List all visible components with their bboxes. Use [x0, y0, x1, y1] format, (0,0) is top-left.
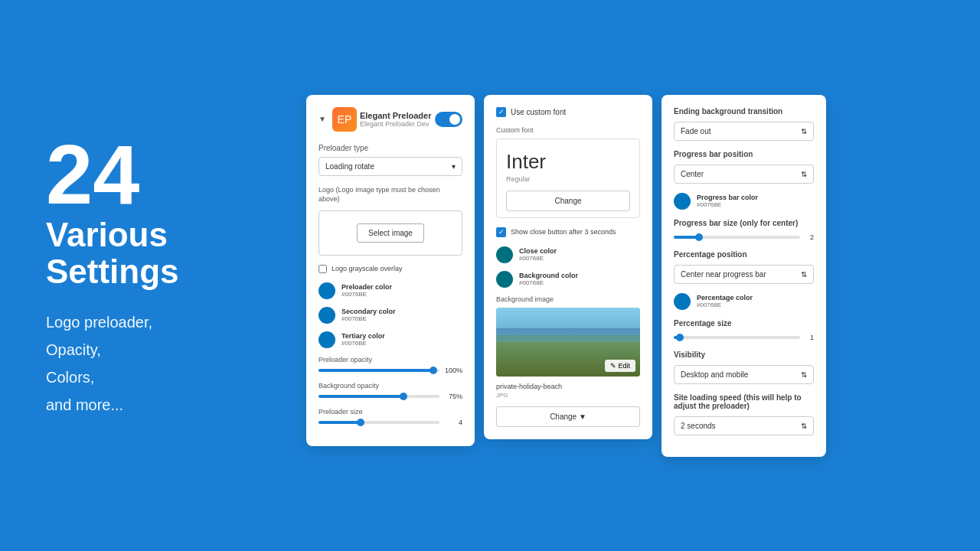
- plugin-toggle[interactable]: [435, 112, 462, 127]
- bg-image-label: Background image: [496, 295, 640, 303]
- panels-container: ▼ EP Elegant Preloader Elegant Preloader…: [306, 80, 980, 472]
- preloader-type-select[interactable]: Loading rotate ▾: [318, 157, 462, 176]
- logo-grayscale-row: Logo grayscale overlay: [318, 265, 462, 273]
- bg-opacity-thumb[interactable]: [400, 393, 407, 400]
- use-custom-font-checkbox[interactable]: ✓: [496, 107, 506, 117]
- background-color-name: Background color: [519, 272, 578, 279]
- preloader-type-label: Preloader type: [318, 144, 462, 152]
- preloader-opacity-value: 100%: [444, 367, 462, 374]
- preloader-opacity-label: Preloader opacity: [318, 356, 462, 364]
- logo-grayscale-label: Logo grayscale overlay: [332, 265, 403, 272]
- preloader-size-track: [318, 421, 439, 424]
- progress-bar-color-row: Progress bar color #00768E: [674, 193, 814, 210]
- show-close-btn-row: ✓ Show close button after 3 seconds: [496, 227, 640, 237]
- select-image-button[interactable]: Select image: [357, 223, 424, 243]
- percentage-color-swatch[interactable]: [674, 293, 691, 310]
- visibility-label: Visibility: [674, 350, 814, 359]
- change-font-button[interactable]: Change: [506, 191, 630, 211]
- preloader-opacity-section: Preloader opacity 100%: [318, 356, 462, 374]
- tertiary-color-name: Tertiary color: [341, 332, 385, 340]
- secondary-color-name: Secondary color: [341, 308, 396, 315]
- preloader-opacity-thumb[interactable]: [430, 367, 437, 374]
- font-preview-box: Inter Regular Change: [496, 139, 640, 218]
- progress-bar-size-slider-row: 2: [674, 233, 814, 241]
- progress-bar-size-thumb[interactable]: [695, 233, 703, 241]
- bg-image-preview: ✎ Edit: [496, 308, 640, 377]
- feature-number: 24: [46, 132, 139, 217]
- preloader-size-thumb[interactable]: [357, 419, 364, 426]
- percentage-size-thumb[interactable]: [676, 334, 684, 341]
- percentage-pos-label: Percentage position: [674, 250, 814, 259]
- percentage-pos-select[interactable]: Center near progress bar ⇅: [674, 265, 814, 284]
- bg-opacity-track: [318, 395, 439, 398]
- plugin-header: ▼ EP Elegant Preloader Elegant Preloader…: [318, 107, 462, 132]
- percentage-size-track: [674, 336, 800, 339]
- progress-bar-color-swatch[interactable]: [674, 193, 691, 210]
- panel-font-bg-settings: ✓ Use custom font Custom font Inter Regu…: [484, 95, 652, 439]
- visibility-section: Visibility Desktop and mobile ⇅: [674, 350, 814, 384]
- feature-title: Various Settings: [46, 217, 179, 291]
- background-color-row: Background color #00768E: [496, 271, 640, 288]
- left-panel: 24 Various Settings Logo preloader, Opac…: [0, 102, 306, 450]
- close-color-swatch[interactable]: [496, 246, 513, 263]
- show-close-label: Show close button after 3 seconds: [511, 228, 616, 236]
- chevron-down-icon: ▾: [452, 162, 456, 171]
- progress-bar-size-track: [674, 236, 800, 239]
- secondary-color-row: Secondary color #0076BE: [318, 307, 462, 324]
- plugin-name: Elegant Preloader: [360, 111, 432, 120]
- bg-opacity-fill: [318, 395, 403, 398]
- preloader-color-row: Preloader color #0076BE: [318, 282, 462, 299]
- chevron-down-icon: ⇅: [801, 170, 807, 178]
- show-close-checkbox[interactable]: ✓: [496, 227, 506, 237]
- close-color-row: Close color #00768E: [496, 246, 640, 263]
- tertiary-color-row: Tertiary color #0076BE: [318, 331, 462, 348]
- background-color-hex: #00768E: [519, 279, 578, 286]
- percentage-size-value: 1: [805, 334, 814, 341]
- preloader-size-value: 4: [444, 419, 462, 426]
- site-speed-label: Site loading speed (this will help to ad…: [674, 393, 814, 410]
- percentage-color-name: Percentage color: [697, 294, 753, 302]
- chevron-down-icon: ⇅: [801, 127, 807, 135]
- secondary-color-swatch[interactable]: [318, 307, 335, 324]
- use-custom-font-label: Use custom font: [511, 108, 566, 116]
- image-type: JPG: [496, 392, 640, 399]
- preloader-opacity-track: [318, 369, 439, 372]
- percentage-color-hex: #00768E: [697, 302, 753, 308]
- tertiary-color-swatch[interactable]: [318, 331, 335, 348]
- background-color-swatch[interactable]: [496, 271, 513, 288]
- bg-opacity-value: 75%: [444, 393, 462, 400]
- preloader-opacity-fill: [318, 369, 433, 372]
- close-color-name: Close color: [519, 247, 557, 255]
- preloader-color-hex: #0076BE: [341, 291, 392, 298]
- plugin-icon: EP: [332, 107, 357, 132]
- preloader-size-label: Preloader size: [318, 408, 462, 416]
- change-bg-image-button[interactable]: Change ▼: [496, 406, 640, 427]
- logo-label: Logo (Logo Image type must be chosen abo…: [318, 185, 462, 204]
- image-filename: private-holiday-beach: [496, 383, 640, 390]
- bg-opacity-section: Background opacity 75%: [318, 382, 462, 400]
- ending-bg-select[interactable]: Fade out ⇅: [674, 122, 814, 141]
- panel-preloader-settings: ▼ EP Elegant Preloader Elegant Preloader…: [306, 95, 475, 446]
- logo-grayscale-checkbox[interactable]: [318, 265, 327, 273]
- chevron-down-icon: ⇅: [801, 422, 807, 430]
- site-speed-select[interactable]: 2 seconds ⇅: [674, 416, 814, 435]
- close-color-hex: #00768E: [519, 255, 557, 262]
- use-custom-font-row: ✓ Use custom font: [496, 107, 640, 117]
- progress-bar-size-fill: [674, 236, 699, 239]
- custom-font-label: Custom font: [496, 126, 640, 134]
- chevron-down-icon: ⇅: [801, 270, 807, 279]
- select-image-area: Select image: [318, 210, 462, 256]
- font-name-display: Inter: [506, 150, 630, 174]
- progress-bar-size-value: 2: [805, 233, 814, 241]
- progress-bar-pos-label: Progress bar position: [674, 150, 814, 158]
- preloader-size-section: Preloader size 4: [318, 408, 462, 426]
- progress-bar-color-name: Progress bar color: [697, 194, 758, 201]
- panel-advanced-settings: Ending background transition Fade out ⇅ …: [662, 95, 826, 457]
- visibility-select[interactable]: Desktop and mobile ⇅: [674, 365, 814, 384]
- chevron-down-icon[interactable]: ▼: [318, 115, 326, 123]
- bg-opacity-label: Background opacity: [318, 382, 462, 390]
- preloader-color-swatch[interactable]: [318, 282, 335, 299]
- secondary-color-hex: #0076BE: [341, 315, 396, 322]
- edit-bg-image-button[interactable]: ✎ Edit: [605, 360, 635, 372]
- progress-bar-pos-select[interactable]: Center ⇅: [674, 165, 814, 184]
